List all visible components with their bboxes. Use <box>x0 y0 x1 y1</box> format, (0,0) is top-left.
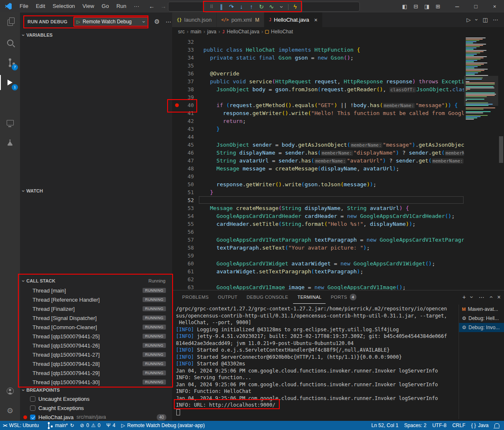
code-line[interactable]: 45 JsonObject sender = body.getAsJsonObj… <box>172 141 464 149</box>
call-stack-thread[interactable]: Thread [qtp1500079441-29]RUNNING <box>20 368 172 378</box>
line-number[interactable]: 60 <box>172 260 194 268</box>
line-number[interactable]: 33 <box>172 46 194 54</box>
call-stack-thread[interactable]: Thread [main]RUNNING <box>20 286 172 295</box>
panel-more-actions[interactable]: ⋯ <box>479 294 484 300</box>
watch-section-header[interactable]: › WATCH <box>20 187 172 195</box>
call-stack-section-header[interactable]: › CALL STACK Running <box>20 277 172 285</box>
line-number[interactable]: 44 <box>172 133 194 141</box>
code-line[interactable]: 38 JsonObject body = gson.fromJson(reque… <box>172 85 464 93</box>
call-stack-thread[interactable]: Thread [qtp1500079441-28]RUNNING <box>20 359 172 368</box>
new-terminal-button[interactable]: + <box>462 294 466 300</box>
code-line[interactable]: 47 String avatarUrl = sender.has(memberN… <box>172 157 464 165</box>
cursor-position-status[interactable]: Ln 52, Col 1 <box>369 421 401 430</box>
eol-status[interactable]: CRLF <box>449 421 468 430</box>
line-number[interactable]: 48 <box>172 165 194 172</box>
breakpoint-row[interactable]: Caught Exceptions <box>20 403 172 412</box>
step-into-button-icon[interactable]: ↓ <box>237 2 246 12</box>
call-stack-thread[interactable]: Thread [Reference Handler]RUNNING <box>20 295 172 304</box>
breakpoint-checkbox[interactable] <box>30 415 35 420</box>
menu-item-go[interactable]: Go <box>98 2 113 11</box>
toggle-panel-icon[interactable]: ⊟ <box>414 3 418 10</box>
code-line[interactable]: 42 return; <box>172 117 464 125</box>
panel-tab-debug-console[interactable]: DEBUG CONSOLE <box>243 291 293 304</box>
close-panel-button[interactable]: × <box>497 294 501 300</box>
editor-more-actions[interactable]: ⋯ <box>493 17 498 23</box>
code-line[interactable]: 35 <box>172 62 464 70</box>
problems-status[interactable]: ⊘ 0 ⚠ 0 <box>77 421 103 430</box>
breakpoints-section-header[interactable]: › BREAKPOINTS <box>20 386 172 394</box>
line-number[interactable]: 57 <box>172 236 194 244</box>
activity-item-settings[interactable]: ⚙ <box>0 401 20 421</box>
variables-section-header[interactable]: › VARIABLES <box>20 31 172 39</box>
terminal-output[interactable]: /grpc/grpc-context/1.27.2/grpc-context-1… <box>176 305 456 421</box>
code-line[interactable]: 40 if (request.getMethod().equals("GET")… <box>172 101 464 109</box>
line-number[interactable]: 54 <box>172 212 194 220</box>
breakpoint-dot[interactable] <box>175 103 179 107</box>
activity-item-remote-explorer[interactable] <box>0 112 20 132</box>
menu-item-selection[interactable]: Selection <box>49 2 78 11</box>
restart-button-icon[interactable]: ↻ <box>257 2 266 12</box>
call-stack-thread[interactable]: Thread [Finalizer]RUNNING <box>20 304 172 313</box>
code-line[interactable]: 33public class HelloChat implements Http… <box>172 46 464 54</box>
editor-tab-pom-xml[interactable]: </>pom.xmlM <box>217 12 264 27</box>
call-stack-thread[interactable]: Thread [Common-Cleaner]RUNNING <box>20 322 172 332</box>
code-line[interactable]: 56 <box>172 228 464 236</box>
panel-tab-output[interactable]: OUTPUT <box>214 291 242 304</box>
close-button[interactable]: × <box>485 0 504 12</box>
launch-config-dropdown[interactable]: ▷ Remote Watch Debug › <box>73 17 148 27</box>
debug-session-status[interactable]: ▷ Remote Watch Debug (avatar-app) <box>118 421 208 430</box>
code-line[interactable]: 60 GoogleAppsCardV1Widget avatarWidget =… <box>172 260 464 268</box>
split-editor-button[interactable]: ◫ <box>483 17 488 23</box>
tab-close-icon[interactable]: × <box>314 17 318 23</box>
menu-item-view[interactable]: View <box>79 2 98 11</box>
line-number[interactable]: 63 <box>172 283 194 290</box>
line-number[interactable]: 49 <box>172 172 194 180</box>
line-number[interactable]: 38 <box>172 85 194 93</box>
line-number[interactable]: 45 <box>172 141 194 149</box>
customize-layout-icon[interactable]: ⊞ <box>436 3 440 10</box>
maximize-button[interactable]: □ <box>466 0 485 12</box>
forwarded-ports-status[interactable]: Ψ 4 <box>103 421 118 430</box>
step-over-button-icon[interactable]: ↷ <box>227 2 236 12</box>
hot-code-replace-button-icon[interactable]: ϟ <box>291 2 299 12</box>
line-number[interactable]: 50 <box>172 180 194 188</box>
code-line[interactable]: 53 Message createMessage(String displayN… <box>172 204 464 212</box>
disconnect-button-icon[interactable]: ∿ <box>267 2 276 12</box>
code-line[interactable]: 37 public void service(HttpRequest reque… <box>172 78 464 85</box>
code-line[interactable]: 55 cardHeader.setTitle(String.format("He… <box>172 220 464 228</box>
breakpoint-row[interactable]: HelloChat.javasrc/main/java40 <box>20 412 172 421</box>
minimize-button[interactable]: ─ <box>448 0 466 12</box>
code-editor[interactable]: 3233public class HelloChat implements Ht… <box>172 36 464 290</box>
line-number[interactable]: 56 <box>172 228 194 236</box>
editor-tab-launch-json[interactable]: {}launch.json <box>172 12 217 27</box>
code-line[interactable]: 36 @Override <box>172 70 464 78</box>
breadcrumb-item[interactable]: java <box>207 29 216 35</box>
call-stack-thread[interactable]: Thread [Signal Dispatcher]RUNNING <box>20 313 172 322</box>
minimap-slider[interactable] <box>464 76 498 106</box>
line-number[interactable]: 32 <box>172 38 194 46</box>
code-line[interactable]: 34 private static final Gson gson = new … <box>172 54 464 62</box>
line-number[interactable]: 58 <box>172 244 194 252</box>
breakpoint-checkbox[interactable] <box>30 396 35 402</box>
line-number[interactable]: 53 <box>172 204 194 212</box>
line-number[interactable]: 47 <box>172 157 194 165</box>
nav-back-button[interactable]: ← <box>149 3 155 10</box>
line-number[interactable]: 51 <box>172 188 194 196</box>
code-line[interactable]: 32 <box>172 38 464 46</box>
terminal-session[interactable]: MMaven-avat... <box>459 305 504 314</box>
terminal-dropdown-chevron[interactable]: › <box>469 296 476 298</box>
breakpoint-checkbox[interactable] <box>30 405 35 411</box>
code-line[interactable]: 58 textParagraph.setText("Your avatar pi… <box>172 244 464 252</box>
breadcrumb-item[interactable]: main <box>191 29 201 35</box>
panel-tab-ports[interactable]: PORTS4 <box>326 291 360 304</box>
indentation-status[interactable]: Spaces: 2 <box>401 421 429 430</box>
code-line[interactable]: 52 <box>172 196 464 204</box>
code-line[interactable]: 54 GoogleAppsCardV1CardHeader cardHeader… <box>172 212 464 220</box>
line-number[interactable]: 59 <box>172 252 194 260</box>
code-line[interactable]: 49 <box>172 172 464 180</box>
git-branch-status[interactable]: main* ↻ <box>42 421 77 430</box>
line-number[interactable]: 42 <box>172 117 194 125</box>
notifications-status[interactable] <box>491 421 504 430</box>
code-line[interactable]: 61 avatarWidget.setTextParagraph(textPar… <box>172 268 464 275</box>
code-line[interactable]: 62 <box>172 275 464 283</box>
